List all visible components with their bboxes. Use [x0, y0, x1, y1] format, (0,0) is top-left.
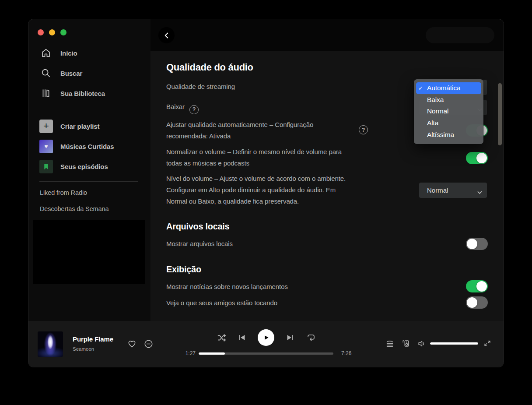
- progress-bar[interactable]: [199, 352, 333, 355]
- heart-icon: ♥: [39, 140, 53, 153]
- progress-fill: [199, 352, 225, 355]
- quality-dropdown-menu: ✓ Automática ✓ Baixa ✓ Normal ✓ Alta ✓: [414, 79, 483, 144]
- playlist-link[interactable]: Liked from Radio: [40, 189, 87, 196]
- play-icon: [262, 334, 270, 342]
- menu-item-very-high[interactable]: ✓ Altíssima: [416, 129, 481, 141]
- album-art[interactable]: [38, 331, 63, 357]
- next-icon: [285, 333, 295, 342]
- previous-icon: [237, 333, 247, 342]
- volume-slider[interactable]: [430, 342, 478, 345]
- track-artist[interactable]: Seamoon: [73, 346, 94, 352]
- top-bar: [150, 19, 504, 51]
- download-label: Baixar: [166, 103, 185, 110]
- chevron-down-icon: [477, 188, 482, 196]
- sidebar-item-create-playlist[interactable]: + Criar playlist: [39, 119, 99, 133]
- window-controls: [38, 29, 66, 35]
- auto-adjust-help-button[interactable]: ?: [359, 125, 368, 134]
- track-title[interactable]: Purple Flame: [73, 335, 113, 343]
- sidebar-item-label: Buscar: [60, 70, 82, 77]
- friend-activity-label: Veja o que seus amigos estão tocando: [166, 297, 277, 309]
- screen: Início Buscar Sua Biblioteca + Criar pla…: [0, 0, 532, 405]
- section-title-local-files: Arquivos locais: [166, 221, 229, 232]
- streaming-quality-label: Qualidade de streaming: [166, 81, 235, 92]
- total-time: 7:26: [341, 350, 351, 356]
- friend-activity-toggle[interactable]: [466, 296, 488, 309]
- menu-item-automatic[interactable]: ✓ Automática: [416, 82, 481, 94]
- close-window-button[interactable]: [38, 29, 44, 35]
- devices-icon: [401, 339, 410, 348]
- sidebar-item-liked-songs[interactable]: ♥ Músicas Curtidas: [39, 139, 114, 153]
- search-icon: [40, 67, 52, 79]
- next-button[interactable]: [285, 333, 295, 342]
- hide-song-button[interactable]: [144, 339, 154, 349]
- queue-icon: [385, 339, 395, 349]
- volume-level-label: Nível do volume – Ajuste o volume de aco…: [166, 173, 346, 207]
- volume-level-value: Normal: [427, 187, 448, 194]
- section-title-display: Exibição: [166, 264, 201, 275]
- shuffle-button[interactable]: [216, 332, 227, 343]
- plus-icon: +: [39, 120, 53, 133]
- sidebar-item-label: Início: [60, 49, 77, 57]
- shuffle-icon: [216, 332, 227, 343]
- normalize-volume-toggle[interactable]: [466, 152, 488, 164]
- minus-circle-icon: [144, 339, 154, 349]
- show-news-label: Mostrar notícias sobre novos lançamentos: [166, 281, 288, 292]
- sidebar: Início Buscar Sua Biblioteca + Criar pla…: [28, 19, 150, 321]
- repeat-button[interactable]: [306, 332, 316, 343]
- home-icon: [40, 47, 52, 59]
- heart-outline-icon: [127, 339, 137, 349]
- devices-button[interactable]: [401, 339, 410, 348]
- show-local-files-toggle[interactable]: [466, 238, 488, 250]
- scrollbar-thumb[interactable]: [498, 83, 502, 145]
- settings-page: Qualidade do áudio Qualidade de streamin…: [150, 19, 504, 321]
- auto-adjust-label: Ajustar qualidade automaticamente – Conf…: [166, 119, 313, 142]
- show-news-toggle[interactable]: [466, 280, 488, 292]
- like-button[interactable]: [127, 339, 137, 349]
- zoom-window-button[interactable]: [60, 29, 66, 35]
- volume-level-select[interactable]: Normal: [419, 183, 487, 198]
- download-label-row: Baixar?: [166, 101, 199, 114]
- spotify-window: Início Buscar Sua Biblioteca + Criar pla…: [28, 19, 504, 367]
- sidebar-item-home[interactable]: Início: [40, 47, 77, 59]
- minimize-window-button[interactable]: [49, 29, 55, 35]
- help-icon: ?: [359, 125, 368, 134]
- chevron-left-icon: [162, 31, 172, 40]
- show-local-files-label: Mostrar arquivos locais: [166, 238, 233, 250]
- fullscreen-icon: [483, 339, 492, 348]
- volume-fill: [430, 342, 478, 345]
- menu-item-low[interactable]: ✓ Baixa: [416, 94, 481, 106]
- download-help-button[interactable]: ?: [189, 105, 199, 114]
- sidebar-item-label: Criar playlist: [60, 123, 99, 130]
- normalize-volume-label: Normalizar o volume – Definir o mesmo ní…: [166, 146, 342, 169]
- volume-icon: [417, 339, 427, 349]
- help-icon: ?: [189, 105, 199, 114]
- sidebar-divider: [39, 181, 138, 182]
- checkmark-icon: ✓: [418, 85, 423, 92]
- fullscreen-button[interactable]: [483, 339, 492, 348]
- menu-item-high[interactable]: ✓ Alta: [416, 117, 481, 129]
- sidebar-item-search[interactable]: Buscar: [40, 67, 82, 79]
- library-icon: [40, 88, 52, 99]
- play-button[interactable]: [258, 329, 274, 346]
- user-menu-pill[interactable]: [426, 27, 494, 43]
- previous-button[interactable]: [237, 333, 247, 342]
- playlist-link[interactable]: Descobertas da Semana: [40, 205, 109, 212]
- sidebar-item-label: Seus episódios: [60, 163, 108, 170]
- sidebar-item-your-episodes[interactable]: Seus episódios: [39, 159, 108, 173]
- elapsed-time: 1:27: [182, 350, 196, 356]
- repeat-icon: [306, 332, 316, 343]
- volume-button[interactable]: [417, 339, 427, 349]
- player-bar: Purple Flame Seamoon 1:2: [28, 321, 504, 367]
- sidebar-item-library[interactable]: Sua Biblioteca: [40, 88, 105, 99]
- section-title-audio-quality: Qualidade do áudio: [166, 62, 253, 73]
- back-button[interactable]: [158, 27, 175, 43]
- sidebar-item-label: Músicas Curtidas: [60, 143, 114, 150]
- menu-item-normal[interactable]: ✓ Normal: [416, 106, 481, 117]
- bookmark-icon: [39, 160, 53, 173]
- sidebar-artwork-placeholder: [33, 220, 145, 284]
- sidebar-item-label: Sua Biblioteca: [60, 90, 105, 97]
- queue-button[interactable]: [385, 339, 395, 349]
